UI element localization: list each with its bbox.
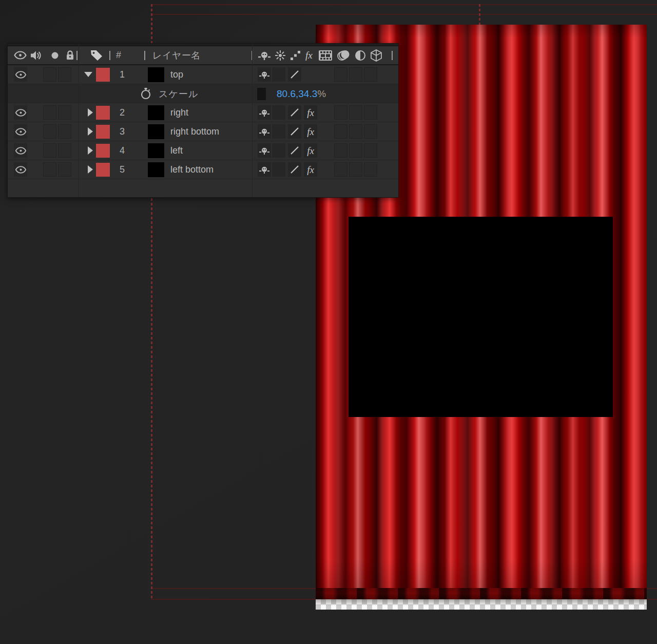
- motion-blur-switch[interactable]: [334, 162, 347, 177]
- shy-icon: [258, 46, 270, 64]
- quality-switch[interactable]: [288, 162, 301, 177]
- adjustment-switch[interactable]: [349, 162, 362, 177]
- composition-viewer[interactable]: # レイヤー名 fx: [0, 0, 657, 644]
- fx-icon: fx: [305, 46, 313, 64]
- solo-toggle[interactable]: [58, 124, 71, 139]
- layer-color-label[interactable]: [96, 106, 110, 120]
- visibility-eye-toggle[interactable]: [14, 124, 27, 139]
- solo-toggle[interactable]: [58, 67, 71, 82]
- panel-header-row: # レイヤー名 fx: [8, 46, 398, 65]
- 3d-switch[interactable]: [364, 124, 377, 139]
- collapse-switch[interactable]: [272, 105, 285, 120]
- collapse-switch[interactable]: [272, 124, 285, 139]
- property-name[interactable]: スケール: [159, 84, 198, 103]
- shy-switch[interactable]: [258, 105, 271, 120]
- layer-row-right-bottom[interactable]: 3 right bottom fx: [8, 122, 398, 141]
- fx-switch[interactable]: fx: [304, 105, 317, 120]
- adjustment-switch[interactable]: [349, 124, 362, 139]
- scale-value-unit: %: [317, 88, 326, 100]
- timeline-layer-panel[interactable]: # レイヤー名 fx: [7, 43, 399, 198]
- scale-value[interactable]: 80.6,34.3%: [277, 84, 326, 103]
- shy-switch[interactable]: [258, 67, 271, 82]
- collapse-transform-sun-icon: [275, 46, 285, 64]
- visibility-eye-toggle[interactable]: [14, 143, 27, 158]
- layer-row-left[interactable]: 4 left fx: [8, 141, 398, 160]
- audio-toggle[interactable]: [43, 124, 56, 139]
- scale-value-number[interactable]: 80.6,34.3: [277, 88, 317, 100]
- adjustment-switch[interactable]: [349, 105, 362, 120]
- fx-switch[interactable]: fx: [304, 143, 317, 158]
- expand-collapse-arrow[interactable]: [84, 162, 97, 177]
- layer-name[interactable]: left bottom: [170, 160, 214, 179]
- quality-switch[interactable]: [288, 143, 301, 158]
- stopwatch-icon[interactable]: [139, 86, 152, 101]
- quality-switch[interactable]: [288, 67, 301, 82]
- layer-color-label[interactable]: [96, 125, 110, 139]
- layer-color-label[interactable]: [96, 163, 110, 177]
- shy-switch[interactable]: [258, 124, 271, 139]
- layer-row-left-bottom[interactable]: 5 left bottom fx: [8, 160, 398, 179]
- 3d-switch[interactable]: [364, 105, 377, 120]
- property-row-scale[interactable]: スケール 80.6,34.3%: [8, 84, 398, 103]
- label-tag-icon: [89, 46, 103, 64]
- audio-toggle[interactable]: [43, 67, 56, 82]
- layer-color-label[interactable]: [96, 68, 110, 82]
- layer-index: 1: [120, 65, 125, 84]
- visibility-eye-toggle[interactable]: [14, 162, 27, 177]
- column-rule: [79, 44, 79, 197]
- collapse-switch[interactable]: [272, 162, 285, 177]
- layer-thumbnail: [148, 105, 164, 120]
- quality-switch[interactable]: [288, 124, 301, 139]
- guide-top-outer: [151, 4, 657, 5]
- collapse-switch[interactable]: [272, 67, 285, 82]
- fx-switch[interactable]: fx: [304, 162, 317, 177]
- 3d-switch[interactable]: [364, 162, 377, 177]
- quality-switch[interactable]: [288, 105, 301, 120]
- fx-switch[interactable]: fx: [304, 124, 317, 139]
- audio-toggle[interactable]: [43, 105, 56, 120]
- solo-icon: [51, 46, 59, 64]
- shy-switch[interactable]: [258, 162, 271, 177]
- solo-toggle[interactable]: [58, 105, 71, 120]
- motion-blur-switch[interactable]: [334, 124, 347, 139]
- layer-name[interactable]: right bottom: [170, 122, 219, 141]
- property-value-box: [257, 88, 266, 100]
- 3d-switch[interactable]: [364, 67, 377, 82]
- audio-toggle[interactable]: [43, 143, 56, 158]
- motion-blur-switch[interactable]: [334, 105, 347, 120]
- motion-blur-switch[interactable]: [334, 143, 347, 158]
- visibility-eye-toggle[interactable]: [14, 105, 27, 120]
- curtain-hem-shadow: [316, 588, 647, 599]
- adjustment-layer-icon: [355, 46, 366, 64]
- adjustment-switch[interactable]: [349, 67, 362, 82]
- frame-blend-icon: [318, 46, 333, 64]
- audio-toggle[interactable]: [43, 162, 56, 177]
- solo-toggle[interactable]: [58, 143, 71, 158]
- layer-name[interactable]: right: [170, 103, 188, 122]
- eye-icon: [14, 46, 27, 64]
- black-solid-region[interactable]: [349, 217, 613, 417]
- layer-row-right[interactable]: 2 right fx: [8, 103, 398, 122]
- expand-collapse-arrow[interactable]: [84, 143, 97, 158]
- expand-collapse-arrow[interactable]: [82, 67, 95, 82]
- layer-color-label[interactable]: [96, 144, 110, 158]
- solo-toggle[interactable]: [58, 162, 71, 177]
- quality-icon: [289, 46, 301, 64]
- speaker-icon: [30, 46, 42, 64]
- 3d-layer-icon: [370, 46, 383, 64]
- motion-blur-switch[interactable]: [334, 67, 347, 82]
- 3d-switch[interactable]: [364, 143, 377, 158]
- expand-collapse-arrow[interactable]: [84, 105, 97, 120]
- guide-top-inner: [151, 14, 657, 15]
- layer-row-top[interactable]: 1 top: [8, 65, 398, 84]
- collapse-switch[interactable]: [272, 143, 285, 158]
- shy-switch[interactable]: [258, 143, 271, 158]
- layer-thumbnail: [148, 143, 164, 158]
- layer-name[interactable]: top: [170, 65, 183, 84]
- visibility-eye-toggle[interactable]: [14, 67, 27, 82]
- layer-name[interactable]: left: [170, 141, 183, 160]
- expand-collapse-arrow[interactable]: [84, 124, 97, 139]
- index-column-header: #: [116, 46, 122, 64]
- layer-name-column-header: レイヤー名: [152, 46, 201, 64]
- adjustment-switch[interactable]: [349, 143, 362, 158]
